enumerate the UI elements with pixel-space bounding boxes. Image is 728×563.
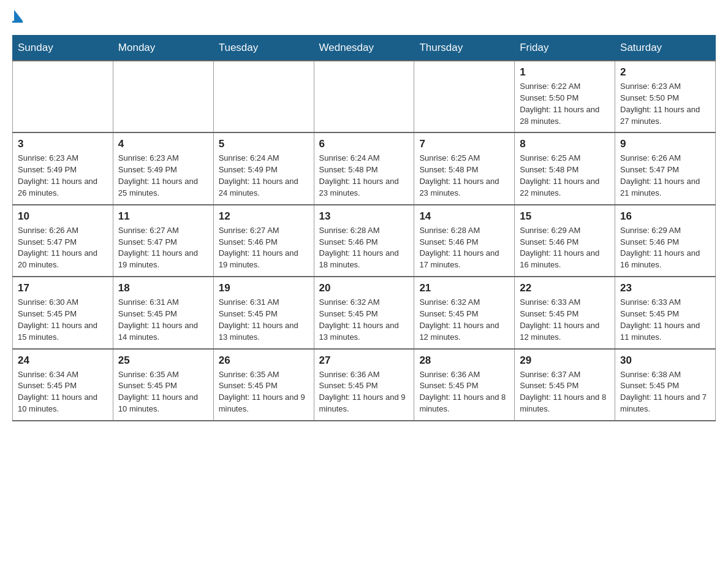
day-info: Sunrise: 6:32 AM Sunset: 5:45 PM Dayligh…: [419, 297, 509, 343]
day-number: 26: [219, 354, 309, 367]
day-info: Sunrise: 6:23 AM Sunset: 5:49 PM Dayligh…: [18, 153, 108, 199]
day-info: Sunrise: 6:29 AM Sunset: 5:46 PM Dayligh…: [620, 225, 710, 271]
calendar-cell: 19Sunrise: 6:31 AM Sunset: 5:45 PM Dayli…: [213, 277, 314, 348]
calendar-cell: 14Sunrise: 6:28 AM Sunset: 5:46 PM Dayli…: [414, 205, 515, 277]
calendar-cell: 24Sunrise: 6:34 AM Sunset: 5:45 PM Dayli…: [13, 349, 113, 421]
day-info: Sunrise: 6:28 AM Sunset: 5:46 PM Dayligh…: [319, 225, 409, 271]
day-number: 18: [118, 282, 208, 294]
calendar-cell: 29Sunrise: 6:37 AM Sunset: 5:45 PM Dayli…: [515, 349, 615, 421]
col-header-saturday: Saturday: [615, 36, 716, 61]
calendar-cell: 17Sunrise: 6:30 AM Sunset: 5:45 PM Dayli…: [13, 277, 113, 348]
day-number: 6: [319, 138, 409, 150]
day-number: 21: [419, 282, 509, 294]
col-header-sunday: Sunday: [13, 36, 113, 61]
day-number: 3: [18, 138, 108, 150]
calendar-week-5: 24Sunrise: 6:34 AM Sunset: 5:45 PM Dayli…: [13, 349, 716, 421]
day-number: 9: [620, 138, 710, 150]
day-info: Sunrise: 6:36 AM Sunset: 5:45 PM Dayligh…: [319, 369, 409, 415]
day-info: Sunrise: 6:25 AM Sunset: 5:48 PM Dayligh…: [419, 153, 509, 199]
day-info: Sunrise: 6:33 AM Sunset: 5:45 PM Dayligh…: [620, 297, 710, 343]
day-info: Sunrise: 6:26 AM Sunset: 5:47 PM Dayligh…: [18, 225, 108, 271]
day-number: 28: [419, 354, 509, 367]
day-number: 1: [520, 66, 610, 79]
day-info: Sunrise: 6:27 AM Sunset: 5:47 PM Dayligh…: [118, 225, 208, 271]
col-header-thursday: Thursday: [414, 36, 515, 61]
calendar-cell: 6Sunrise: 6:24 AM Sunset: 5:48 PM Daylig…: [314, 132, 414, 204]
day-info: Sunrise: 6:31 AM Sunset: 5:45 PM Dayligh…: [118, 297, 208, 343]
day-info: Sunrise: 6:28 AM Sunset: 5:46 PM Dayligh…: [419, 225, 509, 271]
day-info: Sunrise: 6:26 AM Sunset: 5:47 PM Dayligh…: [620, 153, 710, 199]
day-number: 17: [18, 282, 108, 294]
day-info: Sunrise: 6:24 AM Sunset: 5:49 PM Dayligh…: [219, 153, 309, 199]
day-number: 10: [18, 210, 108, 223]
day-number: 24: [18, 354, 108, 367]
calendar-cell: 3Sunrise: 6:23 AM Sunset: 5:49 PM Daylig…: [13, 132, 113, 204]
calendar-cell: 26Sunrise: 6:35 AM Sunset: 5:45 PM Dayli…: [213, 349, 314, 421]
day-info: Sunrise: 6:25 AM Sunset: 5:48 PM Dayligh…: [520, 153, 610, 199]
day-info: Sunrise: 6:34 AM Sunset: 5:45 PM Dayligh…: [18, 369, 108, 415]
day-number: 5: [219, 138, 309, 150]
day-number: 25: [118, 354, 208, 367]
day-number: 20: [319, 282, 409, 294]
day-info: Sunrise: 6:35 AM Sunset: 5:45 PM Dayligh…: [219, 369, 309, 415]
calendar-header-row: SundayMondayTuesdayWednesdayThursdayFrid…: [13, 36, 716, 61]
calendar-cell: 28Sunrise: 6:36 AM Sunset: 5:45 PM Dayli…: [414, 349, 515, 421]
day-number: 23: [620, 282, 710, 294]
day-info: Sunrise: 6:30 AM Sunset: 5:45 PM Dayligh…: [18, 297, 108, 343]
calendar-cell: 11Sunrise: 6:27 AM Sunset: 5:47 PM Dayli…: [113, 205, 213, 277]
col-header-monday: Monday: [113, 36, 213, 61]
calendar-cell: 21Sunrise: 6:32 AM Sunset: 5:45 PM Dayli…: [414, 277, 515, 348]
calendar-cell: 18Sunrise: 6:31 AM Sunset: 5:45 PM Dayli…: [113, 277, 213, 348]
calendar-cell: 23Sunrise: 6:33 AM Sunset: 5:45 PM Dayli…: [615, 277, 716, 348]
day-info: Sunrise: 6:37 AM Sunset: 5:45 PM Dayligh…: [520, 369, 610, 415]
col-header-wednesday: Wednesday: [314, 36, 414, 61]
day-info: Sunrise: 6:32 AM Sunset: 5:45 PM Dayligh…: [319, 297, 409, 343]
calendar-cell: [314, 61, 414, 132]
day-info: Sunrise: 6:36 AM Sunset: 5:45 PM Dayligh…: [419, 369, 509, 415]
day-number: 29: [520, 354, 610, 367]
day-info: Sunrise: 6:23 AM Sunset: 5:49 PM Dayligh…: [118, 153, 208, 199]
calendar-table: SundayMondayTuesdayWednesdayThursdayFrid…: [12, 35, 716, 421]
day-info: Sunrise: 6:27 AM Sunset: 5:46 PM Dayligh…: [219, 225, 309, 271]
col-header-tuesday: Tuesday: [213, 36, 314, 61]
logo-underline: [12, 21, 23, 23]
day-number: 19: [219, 282, 309, 294]
calendar-cell: [213, 61, 314, 132]
day-number: 15: [520, 210, 610, 223]
day-info: Sunrise: 6:22 AM Sunset: 5:50 PM Dayligh…: [520, 81, 610, 127]
calendar-cell: 5Sunrise: 6:24 AM Sunset: 5:49 PM Daylig…: [213, 132, 314, 204]
calendar-cell: 8Sunrise: 6:25 AM Sunset: 5:48 PM Daylig…: [515, 132, 615, 204]
day-number: 30: [620, 354, 710, 367]
calendar-cell: 7Sunrise: 6:25 AM Sunset: 5:48 PM Daylig…: [414, 132, 515, 204]
day-number: 16: [620, 210, 710, 223]
calendar-week-2: 3Sunrise: 6:23 AM Sunset: 5:49 PM Daylig…: [13, 132, 716, 204]
day-number: 22: [520, 282, 610, 294]
day-info: Sunrise: 6:24 AM Sunset: 5:48 PM Dayligh…: [319, 153, 409, 199]
day-number: 7: [419, 138, 509, 150]
calendar-cell: [13, 61, 113, 132]
day-number: 2: [620, 66, 710, 79]
calendar-cell: [113, 61, 213, 132]
day-number: 13: [319, 210, 409, 223]
calendar-cell: 16Sunrise: 6:29 AM Sunset: 5:46 PM Dayli…: [615, 205, 716, 277]
calendar-cell: 9Sunrise: 6:26 AM Sunset: 5:47 PM Daylig…: [615, 132, 716, 204]
day-info: Sunrise: 6:33 AM Sunset: 5:45 PM Dayligh…: [520, 297, 610, 343]
day-info: Sunrise: 6:29 AM Sunset: 5:46 PM Dayligh…: [520, 225, 610, 271]
logo: [12, 12, 23, 23]
calendar-cell: 4Sunrise: 6:23 AM Sunset: 5:49 PM Daylig…: [113, 132, 213, 204]
calendar-week-1: 1Sunrise: 6:22 AM Sunset: 5:50 PM Daylig…: [13, 61, 716, 132]
day-info: Sunrise: 6:38 AM Sunset: 5:45 PM Dayligh…: [620, 369, 710, 415]
day-number: 11: [118, 210, 208, 223]
day-number: 14: [419, 210, 509, 223]
day-number: 12: [219, 210, 309, 223]
calendar-week-4: 17Sunrise: 6:30 AM Sunset: 5:45 PM Dayli…: [13, 277, 716, 348]
logo-arrow-icon: [14, 10, 23, 21]
calendar-cell: 30Sunrise: 6:38 AM Sunset: 5:45 PM Dayli…: [615, 349, 716, 421]
calendar-cell: 27Sunrise: 6:36 AM Sunset: 5:45 PM Dayli…: [314, 349, 414, 421]
day-info: Sunrise: 6:23 AM Sunset: 5:50 PM Dayligh…: [620, 81, 710, 127]
day-number: 27: [319, 354, 409, 367]
day-info: Sunrise: 6:35 AM Sunset: 5:45 PM Dayligh…: [118, 369, 208, 415]
calendar-cell: 1Sunrise: 6:22 AM Sunset: 5:50 PM Daylig…: [515, 61, 615, 132]
calendar-cell: 10Sunrise: 6:26 AM Sunset: 5:47 PM Dayli…: [13, 205, 113, 277]
day-number: 4: [118, 138, 208, 150]
